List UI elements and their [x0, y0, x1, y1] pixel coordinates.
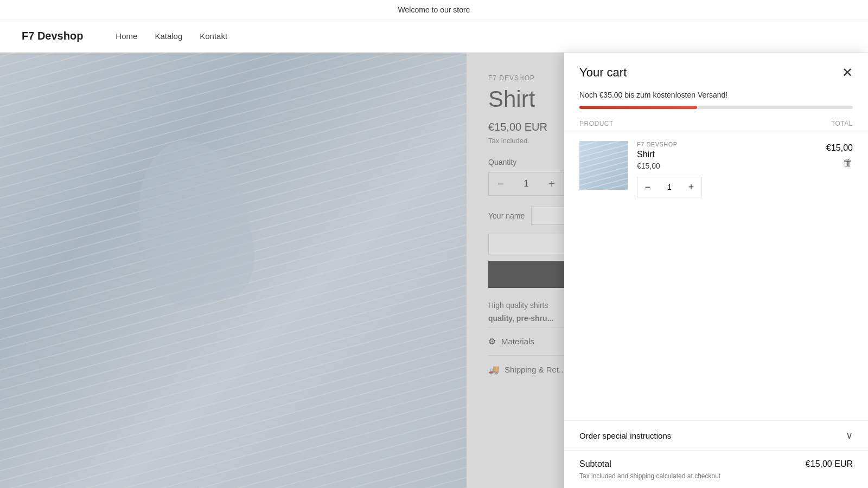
cart-item-image-texture — [579, 141, 628, 190]
cart-overlay[interactable] — [0, 53, 564, 488]
cart-progress-bar — [579, 106, 853, 109]
cart-column-headers: PRODUCT TOTAL — [564, 120, 868, 132]
header: F7 Devshop Home Katalog Kontakt — [0, 20, 868, 53]
cart-subtotal-value: €15,00 EUR — [806, 459, 853, 469]
cart-quantity-decrease-button[interactable]: − — [637, 177, 658, 197]
cart-item-brand: F7 DEVSHOP — [637, 141, 818, 147]
cart-panel: Your cart ✕ Noch €35.00 bis zum kostenlo… — [564, 53, 868, 488]
cart-item-delete-button[interactable]: 🗑 — [843, 157, 853, 169]
chevron-down-icon: ∨ — [846, 429, 853, 441]
site-logo[interactable]: F7 Devshop — [22, 30, 83, 42]
cart-subtotal-row: Subtotal €15,00 EUR — [579, 459, 853, 469]
cart-subtotal: Subtotal €15,00 EUR Tax included and shi… — [564, 450, 868, 488]
banner-text: Welcome to our store — [398, 5, 470, 14]
cart-header: Your cart ✕ — [564, 53, 868, 91]
cart-item-name: Shirt — [637, 150, 818, 159]
cart-items: F7 DEVSHOP Shirt €15,00 − 1 + €15,00 🗑 — [564, 132, 868, 420]
cart-shipping-notice: Noch €35.00 bis zum kostenlosten Versand… — [564, 91, 868, 106]
cart-subtotal-label: Subtotal — [579, 459, 611, 469]
cart-title: Your cart — [579, 66, 627, 80]
cart-item-quantity-control: − 1 + — [637, 177, 702, 197]
main-content: F7 DEVSHOP Shirt €15,00 EUR Tax included… — [0, 53, 868, 488]
cart-column-product: PRODUCT — [579, 120, 614, 127]
nav-katalog[interactable]: Katalog — [155, 31, 182, 41]
cart-instructions-toggle[interactable]: Order special instructions ∨ — [579, 421, 853, 450]
cart-item-price: €15,00 — [637, 162, 818, 170]
nav-home[interactable]: Home — [116, 31, 137, 41]
cart-progress-fill — [579, 106, 697, 109]
cart-instructions-label: Order special instructions — [579, 431, 671, 440]
cart-quantity-value: 1 — [658, 183, 681, 191]
cart-item-right: €15,00 🗑 — [826, 141, 853, 197]
cart-item-details: F7 DEVSHOP Shirt €15,00 − 1 + — [637, 141, 818, 197]
cart-instructions: Order special instructions ∨ — [564, 420, 868, 450]
main-nav: Home Katalog Kontakt — [116, 31, 227, 41]
cart-quantity-increase-button[interactable]: + — [681, 177, 701, 197]
cart-item-total: €15,00 — [826, 141, 853, 153]
top-banner: Welcome to our store — [0, 0, 868, 20]
cart-item: F7 DEVSHOP Shirt €15,00 − 1 + €15,00 🗑 — [579, 141, 853, 197]
cart-column-total: TOTAL — [831, 120, 853, 127]
cart-close-button[interactable]: ✕ — [842, 66, 853, 79]
cart-subtotal-note: Tax included and shipping calculated at … — [579, 472, 853, 480]
cart-item-image — [579, 141, 628, 190]
nav-kontakt[interactable]: Kontakt — [200, 31, 227, 41]
